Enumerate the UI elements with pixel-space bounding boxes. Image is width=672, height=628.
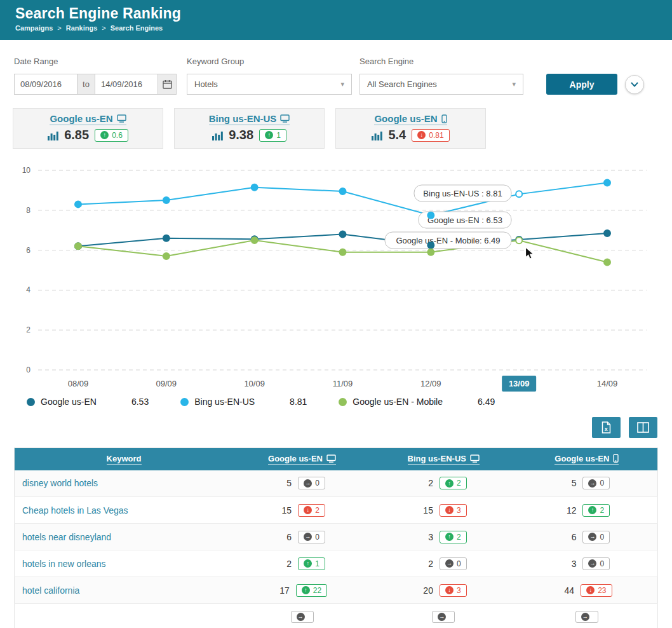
chart-point-bing-us-en-us[interactable] — [604, 179, 610, 186]
chart-point-google-us-en[interactable] — [340, 231, 346, 237]
chart-point-google-us-en-mobile[interactable] — [75, 243, 81, 249]
change-badge-neutral: → — [575, 611, 598, 623]
chart-point-google-us-en[interactable] — [163, 235, 170, 242]
change-badge-up: ↑0.6 — [95, 129, 128, 142]
breadcrumb-separator: > — [57, 24, 61, 32]
chart-point-bing-us-en-us[interactable] — [340, 188, 346, 195]
arrow-up-icon: ↑ — [304, 559, 312, 568]
desktop-icon — [470, 454, 480, 463]
rank-cell: 5→0 — [516, 470, 658, 497]
change-value: 2 — [315, 506, 319, 515]
legend-item-bing-us-en-us[interactable]: Bing us-EN-US 8.81 — [180, 397, 307, 407]
rank-cell: → — [516, 604, 658, 628]
chart-point-google-us-en[interactable] — [604, 230, 610, 236]
keyword-link[interactable]: disney world hotels — [15, 470, 234, 497]
legend-value: 6.53 — [131, 397, 149, 407]
ranking-line-chart[interactable]: 0246810Bing us-EN-US : 8.81Google us-EN … — [13, 158, 659, 394]
chart-point-bing-us-en-us[interactable] — [163, 197, 170, 203]
calendar-button[interactable] — [158, 74, 177, 95]
legend-value: 6.49 — [478, 397, 495, 407]
summary-card-value-row: 6.85 ↑0.6 — [13, 128, 163, 142]
change-badge-neutral: → — [291, 611, 314, 623]
change-value: 0 — [315, 533, 319, 542]
legend-item-google-us-en[interactable]: Google us-EN 6.53 — [27, 397, 149, 407]
y-tick-label: 2 — [26, 325, 30, 334]
legend-name: Google us-EN - Mobile — [353, 397, 443, 407]
chart-point-google-us-en-mobile[interactable] — [252, 237, 258, 243]
column-header-google-us-en-desktop[interactable]: Google us-EN — [233, 448, 371, 470]
rank-cell: 44↓23 — [516, 577, 658, 604]
table-columns-icon — [637, 422, 649, 433]
column-header-label: Google us-EN — [554, 454, 609, 463]
legend-color-dot — [27, 398, 35, 406]
date-from-input[interactable] — [14, 74, 77, 95]
rank-value: 5 — [563, 478, 576, 488]
summary-cards: Google us-EN 6.85 ↑0.6 Bing us-EN-US 9.3… — [0, 95, 672, 149]
keyword-link — [15, 604, 234, 628]
y-tick-label: 4 — [26, 285, 30, 294]
table-row: disney world hotels 5→02↑25→0 — [15, 470, 658, 497]
chart-tooltip: Google us-EN - Mobile: 6.49 — [385, 232, 511, 249]
chart-point-google-us-en-mobile[interactable] — [516, 237, 522, 243]
search-engine-select[interactable]: All Search Engines ▾ — [360, 74, 523, 95]
chart-point-bing-us-en-us[interactable] — [75, 201, 81, 207]
arrow-neutral-icon: → — [304, 479, 312, 488]
keyword-link[interactable]: hotels in new orleans — [15, 550, 234, 577]
chart-point-bing-us-en-us[interactable] — [252, 184, 258, 191]
arrow-neutral-icon: → — [588, 559, 596, 568]
change-badge-neutral: →0 — [440, 557, 467, 570]
toggle-columns-button[interactable] — [629, 417, 657, 438]
rank-cell: 6→0 — [233, 524, 371, 550]
rank-cell: 3→0 — [516, 550, 658, 577]
rank-cell: 17↑22 — [233, 577, 371, 604]
keyword-link[interactable]: Cheap hotels in Las Vegas — [15, 497, 234, 524]
keyword-group-select[interactable]: Hotels ▾ — [187, 74, 352, 95]
y-tick-label: 6 — [26, 246, 30, 255]
keyword-group-label: Keyword Group — [187, 57, 352, 66]
chart-point-google-us-en-mobile[interactable] — [340, 249, 346, 256]
chart-point-google-us-en-mobile[interactable] — [163, 253, 170, 259]
summary-card-name: Google us-EN — [374, 113, 437, 124]
calendar-icon — [163, 79, 172, 89]
keyword-link[interactable]: hotels near disneyland — [15, 524, 234, 550]
chart-point-bing-us-en-us[interactable] — [427, 212, 434, 219]
chart-point-google-us-en-mobile[interactable] — [604, 259, 610, 265]
arrow-neutral-icon: → — [581, 613, 589, 621]
change-badge-up: ↑2 — [582, 504, 610, 517]
keyword-group-value: Hotels — [194, 79, 218, 89]
summary-card-value: 9.38 — [229, 128, 253, 142]
summary-card-title: Google us-EN — [336, 113, 485, 125]
rank-value: 2 — [279, 559, 292, 569]
arrow-down-icon: ↓ — [445, 586, 454, 594]
chart-point-google-us-en-mobile[interactable] — [427, 249, 434, 256]
arrow-neutral-icon: → — [304, 533, 312, 541]
rank-value: 12 — [563, 505, 576, 515]
svg-text:x: x — [605, 426, 608, 432]
chart-point-bing-us-en-us[interactable] — [516, 191, 522, 197]
breadcrumb-link-rankings[interactable]: Rankings — [66, 24, 98, 32]
chart-point-google-us-en[interactable] — [427, 242, 434, 249]
rank-value: 2 — [420, 478, 433, 488]
svg-text:Bing us-EN-US : 8.81: Bing us-EN-US : 8.81 — [423, 189, 502, 198]
export-excel-button[interactable]: x — [592, 417, 621, 438]
summary-card-value: 6.85 — [64, 128, 89, 142]
summary-card-google-us-en-mobile: Google us-EN 5.4 ↓0.81 — [335, 108, 486, 149]
breadcrumb-link-search-engines[interactable]: Search Engines — [111, 24, 163, 32]
legend-item-google-us-en-mobile[interactable]: Google us-EN - Mobile 6.49 — [339, 397, 495, 407]
chart-legend: Google us-EN 6.53 Bing us-EN-US 8.81 Goo… — [0, 394, 672, 407]
svg-text:13/09: 13/09 — [509, 379, 530, 388]
column-header-bing-us-en-us-desktop[interactable]: Bing us-EN-US — [371, 448, 516, 470]
keyword-link[interactable]: hotel california — [15, 577, 234, 604]
table-row: hotel california 17↑2220↓344↓23 — [15, 577, 658, 604]
change-value: 22 — [313, 586, 321, 595]
apply-button[interactable]: Apply — [546, 74, 617, 95]
column-header-google-us-en-mobile[interactable]: Google us-EN — [516, 448, 658, 470]
date-to-input[interactable] — [95, 74, 158, 95]
summary-card-google-us-en-desktop: Google us-EN 6.85 ↑0.6 — [13, 108, 163, 149]
column-header-keyword[interactable]: Keyword — [15, 448, 234, 470]
breadcrumb-link-campaigns[interactable]: Campaigns — [15, 24, 53, 32]
collapse-filters-button[interactable] — [625, 75, 644, 94]
summary-card-title: Google us-EN — [13, 113, 163, 125]
keyword-ranking-table: Keyword Google us-EN Bing us-EN-US Googl… — [14, 447, 658, 628]
caret-down-icon: ▾ — [512, 80, 516, 88]
